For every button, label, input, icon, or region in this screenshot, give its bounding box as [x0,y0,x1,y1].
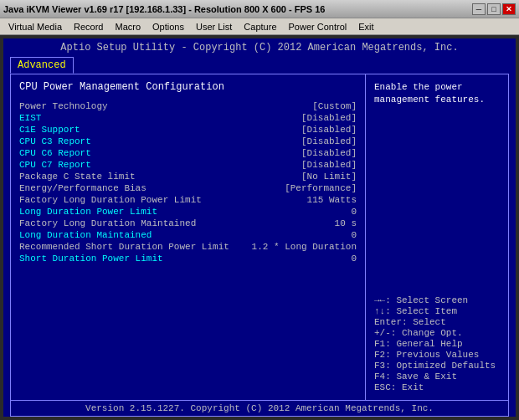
config-label: Factory Long Duration Maintained [19,218,196,228]
config-label: Short Duration Power Limit [19,254,163,264]
config-value: [Disabled] [301,125,357,135]
table-row: Factory Long Duration Power Limit115 Wat… [19,195,357,205]
tab-bar: Advanced [3,55,516,74]
table-row: EIST[Disabled] [19,113,357,123]
config-value: 115 Watts [307,195,357,205]
bios-footer: Version 2.15.1227. Copyright (C) 2012 Am… [10,401,509,417]
menu-bar: Virtual MediaRecordMacroOptionsUser List… [0,18,519,35]
menu-item-capture[interactable]: Capture [239,20,281,33]
config-value: 0 [351,230,357,240]
nav-help-item: ↑↓: Select Item [374,306,500,316]
config-label: Factory Long Duration Power Limit [19,195,202,205]
menu-item-options[interactable]: Options [147,20,189,33]
table-row: CPU C6 Report[Disabled] [19,148,357,158]
menu-item-user-list[interactable]: User List [191,20,237,33]
nav-help-item: F4: Save & Exit [374,371,500,382]
nav-help-item: +/-: Change Opt. [374,328,500,338]
bios-header: Aptio Setup Utility - Copyright (C) 2012… [3,38,516,55]
menu-item-record[interactable]: Record [69,20,108,33]
config-value: 0 [351,207,357,217]
close-button[interactable]: ✕ [502,3,516,15]
table-row: Long Duration Maintained0 [19,230,357,240]
section-title: CPU Power Management Configuration [19,81,357,93]
table-row: Short Duration Power Limit0 [19,254,357,264]
right-panel: Enable the power management features. →←… [366,74,508,400]
config-value: 10 s [335,218,357,228]
nav-help-item: F3: Optimized Defaults [374,361,500,371]
table-row: CPU C3 Report[Disabled] [19,136,357,146]
window-title: Java iKVM Viewer v1.69 r17 [192.168.1.33… [3,4,325,14]
config-label: CPU C6 Report [19,148,91,158]
bios-content: CPU Power Management Configuration Power… [10,74,509,401]
table-row: Package C State limit[No Limit] [19,172,357,182]
table-row: Recommended Short Duration Power Limit1.… [19,242,357,252]
nav-help-item: F2: Previous Values [374,350,500,360]
config-value: [Disabled] [301,148,357,158]
table-row: Factory Long Duration Maintained10 s [19,218,357,228]
config-label: Recommended Short Duration Power Limit [19,242,229,252]
table-row: C1E Support[Disabled] [19,125,357,135]
title-buttons: ─ □ ✕ [472,3,516,15]
advanced-tab[interactable]: Advanced [10,57,74,74]
config-rows: Power Technology[Custom]EIST[Disabled]C1… [19,101,357,264]
title-bar: Java iKVM Viewer v1.69 r17 [192.168.1.33… [0,0,519,18]
config-label: CPU C7 Report [19,160,91,170]
config-label: Power Technology [19,101,108,111]
bios-container: Aptio Setup Utility - Copyright (C) 2012… [3,38,516,417]
config-value: [No Limit] [301,172,357,182]
left-panel: CPU Power Management Configuration Power… [11,74,366,400]
config-label: Package C State limit [19,172,136,182]
nav-help-item: ESC: Exit [374,382,500,392]
config-value: 0 [351,254,357,264]
nav-help-item: →←: Select Screen [374,295,500,305]
config-value: [Performance] [285,183,357,193]
config-value: [Custom] [312,101,357,111]
maximize-button[interactable]: □ [487,3,501,15]
config-label: EIST [19,113,41,123]
menu-item-virtual-media[interactable]: Virtual Media [3,20,67,33]
table-row: Long Duration Power Limit0 [19,207,357,217]
menu-item-exit[interactable]: Exit [353,20,378,33]
config-value: [Disabled] [301,160,357,170]
config-label: CPU C3 Report [19,136,91,146]
config-value: [Disabled] [301,113,357,123]
menu-item-power-control[interactable]: Power Control [284,20,352,33]
config-label: Energy/Performance Bias [19,183,146,193]
config-value: [Disabled] [301,136,357,146]
nav-help-item: F1: General Help [374,339,500,349]
nav-help-item: Enter: Select [374,317,500,327]
menu-item-macro[interactable]: Macro [110,20,146,33]
nav-help: →←: Select Screen↑↓: Select ItemEnter: S… [374,295,500,393]
config-label: C1E Support [19,125,80,135]
table-row: Energy/Performance Bias[Performance] [19,183,357,193]
config-label: Long Duration Power Limit [19,207,157,217]
table-row: CPU C7 Report[Disabled] [19,160,357,170]
table-row: Power Technology[Custom] [19,101,357,111]
minimize-button[interactable]: ─ [472,3,486,15]
help-text: Enable the power management features. [374,81,500,107]
config-value: 1.2 * Long Duration [252,242,357,252]
config-label: Long Duration Maintained [19,230,152,240]
